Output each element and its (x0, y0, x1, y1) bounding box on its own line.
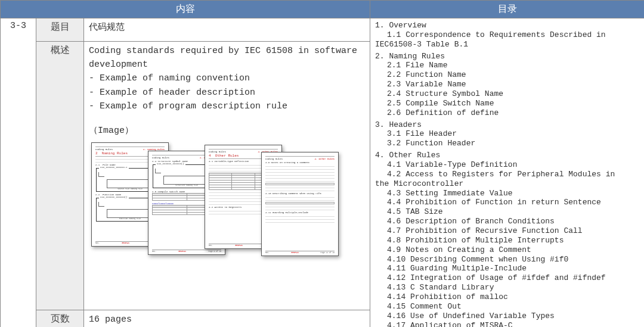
toc-4-15: 4.15 Comment Out (375, 302, 639, 312)
label-summary: 概述 (36, 41, 84, 310)
toc-4-11: 4.11 Guarding Multiple-Include (375, 264, 639, 273)
title-value: 代码规范 (84, 18, 370, 42)
summary-ex1: - Example of naming convention (89, 71, 365, 85)
pages-value: 16 pages (84, 310, 370, 327)
toc-1-1b: IEC61508-3 Table B.1 (375, 40, 639, 49)
toc-3-2: 3.2 Function Header (375, 139, 639, 148)
summary-ex3: - Example of program description rule (89, 99, 365, 113)
toc-4-13: 4.13 C Standard Library (375, 283, 639, 292)
toc-1-1: 1.1 Correspondence to Requirements Descr… (375, 30, 639, 40)
toc-4-6: 4.6 Description of Branch Conditions (375, 217, 639, 226)
thumbnail-page-4: Coding Rules4. Other Rules 4.9 Notes on … (261, 152, 339, 256)
toc-2-6: 2.6 Definition of define (375, 108, 639, 118)
toc-3-1: 3.1 File Header (375, 129, 639, 139)
label-pages: 页数 (36, 310, 84, 327)
summary-intro: Coding standards required by IEC 61508 i… (89, 44, 365, 72)
toc-4-3: 4.3 Setting Immediate Value (375, 189, 639, 198)
toc-4-5: 4.5 TAB Size (375, 207, 639, 217)
header-content: 内容 (1, 1, 370, 18)
toc-4-8: 4.8 Prohibition of Multiple Interrupts (375, 236, 639, 245)
toc-2-3: 2.3 Variable Name (375, 80, 639, 89)
toc-2-5: 2.5 Compile Switch Name (375, 99, 639, 108)
summary-cell: Coding standards required by IEC 61508 i… (84, 41, 370, 310)
toc-2: 2. Naming Rules (375, 52, 639, 61)
toc-4-17: 4.17 Application of MISRA-C (375, 321, 639, 327)
toc-4-16: 4.16 Use of Undefined Variable Types (375, 312, 639, 321)
toc-3: 3. Headers (375, 120, 639, 130)
toc-cell: 1. Overview 1.1 Correspondence to Requir… (370, 18, 644, 328)
toc-1: 1. Overview (375, 21, 639, 30)
summary-ex2: - Example of header description (89, 86, 365, 99)
toc-4-4: 4.4 Prohibition of Function in return Se… (375, 198, 639, 207)
toc-4-2: 4.2 Access to Registers for Peripheral M… (375, 170, 639, 179)
toc-4-12: 4.12 Integration of Usage of #ifdef and … (375, 273, 639, 283)
toc-4-14: 4.14 Prohibition of malloc (375, 292, 639, 302)
toc-4-1: 4.1 Variable-Type Definition (375, 160, 639, 170)
label-title: 题目 (36, 18, 84, 42)
document-table: 内容 目录 3-3 题目 代码规范 1. Overview 1.1 Corres… (0, 0, 644, 327)
row-id: 3-3 (1, 18, 36, 328)
toc-4-10: 4.10 Describing Comment when Using #if0 (375, 255, 639, 264)
image-label: （Image） (89, 124, 365, 138)
toc-4: 4. Other Rules (375, 151, 639, 160)
toc-2-4: 2.4 Structure Symbol Name (375, 89, 639, 99)
toc-4-2b: the Microcontroller (375, 179, 639, 189)
toc-4-9: 4.9 Notes on Creating a Comment (375, 245, 639, 255)
toc-2-2: 2.2 Function Name (375, 70, 639, 80)
thumbnail-row: Coding Rules2. Naming Rules 2 Naming Rul… (91, 142, 342, 261)
toc-2-1: 2.1 File Name (375, 61, 639, 70)
header-row: 内容 目录 (1, 1, 645, 18)
toc-4-7: 4.7 Prohibition of Recursive Function Ca… (375, 226, 639, 236)
header-toc: 目录 (370, 1, 644, 18)
